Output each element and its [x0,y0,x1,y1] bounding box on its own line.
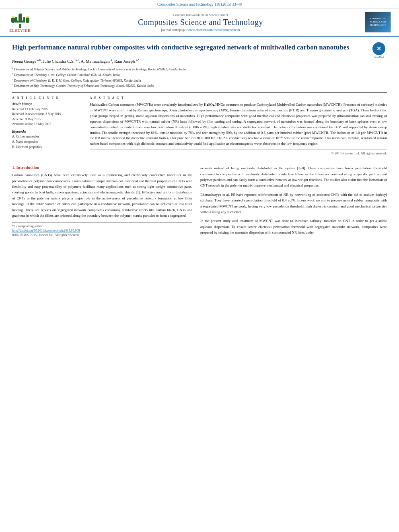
affiliation-a: a Department of Polymer Science and Rubb… [12,66,387,72]
homepage-url[interactable]: www.elsevier.com/locate/compscitech [187,28,240,32]
svg-rect-5 [15,17,17,21]
copyright-line: © 2015 Elsevier Ltd. All rights reserved… [90,149,387,155]
received-date: Received 13 February 2015 [12,107,82,112]
section-number: 1. [12,165,15,170]
journal-thumbnail: COMPOSITESSCIENCE ANDTECHNOLOGY [365,12,391,33]
intro-paragraph-right-3: In the present study acid treatment of M… [200,218,387,235]
svg-rect-9 [26,16,29,18]
svg-rect-2 [11,17,15,23]
journal-title: Composites Science and Technology [40,18,361,27]
top-citation-bar: Composites Science and Technology 116 (2… [0,0,399,8]
intro-paragraph-right-2: Bhattacharyya et al. [9] have reported r… [200,192,387,215]
journal-center: Contents lists available at ScienceDirec… [40,13,361,32]
body-columns: 1. Introduction Carbon nanotubes (CNTs) … [12,165,387,238]
svg-rect-7 [12,16,14,18]
received-revised-date: Received in revised form 2 May 2015 [12,112,82,117]
journal-homepage-line: journal homepage: www.elsevier.com/locat… [40,28,361,32]
body-right-column: network instead of being randomly distri… [200,165,387,238]
keyword-2: A. Nano composites [12,140,82,145]
affiliation-b: b Department of Chemistry, Govt. College… [12,72,387,78]
abstract-column: A B S T R A C T Multiwalled Carbon nanot… [90,96,387,156]
title-row: High performance natural rubber composit… [12,41,387,58]
svg-rect-4 [19,14,22,21]
contents-prefix: Contents lists available at [173,13,209,17]
article-info-abstract-section: A R T I C L E I N F O Article history: R… [12,92,387,156]
journal-citation: Composites Science and Technology 116 (2… [157,2,242,6]
corresponding-author-note: * Corresponding author. [12,224,192,228]
history-label: Article history: [12,102,82,106]
homepage-prefix: journal homepage: [161,28,188,32]
contents-available-line: Contents lists available at ScienceDirec… [40,13,361,17]
affiliation-d: d Department of Ship Technology, Cochin … [12,83,387,88]
svg-rect-6 [23,17,25,21]
sciencedirect-link[interactable]: ScienceDirect [209,13,228,17]
crossmark-icon[interactable]: ✕ [372,42,385,55]
intro-paragraph-right-1: network instead of being randomly distri… [200,165,387,189]
section-divider [12,161,387,161]
doi-link-item: http://dx.doi.org/10.1016/j.compscitech.… [12,229,192,232]
crossmark-label: CrossMark [374,56,385,58]
accepted-date: Accepted 9 May 2015 [12,117,82,122]
abstract-header: A B S T R A C T [90,96,387,100]
elsevier-name-label: ELSEVIER [9,29,31,33]
svg-rect-0 [19,24,21,28]
elsevier-logo: ELSEVIER [4,12,36,33]
doi-link[interactable]: http://dx.doi.org/10.1016/j.compscitech.… [12,229,80,232]
footnote-area: * Corresponding author. http://dx.doi.or… [12,222,192,237]
affiliations-block: a Department of Polymer Science and Rubb… [12,66,387,88]
journal-header: ELSEVIER Contents lists available at Sci… [0,8,399,37]
affiliation-c: c Department of Chemistry, K. K. T. M. G… [12,78,387,83]
article-info-header: A R T I C L E I N F O [12,96,82,100]
intro-paragraph-1: Carbon nanotubes (CNTs) have been extens… [12,172,192,218]
article-content: High performance natural rubber composit… [0,37,399,243]
journal-thumb-label: COMPOSITESSCIENCE ANDTECHNOLOGY [370,17,386,27]
svg-rect-8 [19,13,22,14]
body-left-column: 1. Introduction Carbon nanotubes (CNTs) … [12,165,192,238]
abstract-text: Multiwalled Carbon nanotubes (MWCNTs) we… [90,102,387,147]
keyword-1: A. Carbon nanotubes [12,134,82,140]
keywords-section: Keywords: A. Carbon nanotubes A. Nano co… [12,130,82,150]
article-history-section: Article history: Received 13 February 20… [12,102,82,127]
page: Composites Science and Technology 116 (2… [0,0,399,243]
available-online-date: Available online 15 May 2015 [12,122,82,127]
article-title: High performance natural rubber composit… [12,43,367,52]
article-info-column: A R T I C L E I N F O Article history: R… [12,96,82,156]
svg-rect-3 [26,17,29,23]
keyword-3: B. Electrical properties [12,145,82,150]
keywords-label: Keywords: [12,130,82,134]
elsevier-tree-icon [7,12,33,29]
issn-item: 0266-3538/© 2015 Elsevier Ltd. All right… [12,233,192,237]
section-name: Introduction [16,165,39,170]
crossmark-container: ✕ CrossMark [371,41,387,58]
authors-line: Neena George a,b, Julie Chandra C.S. a,c… [12,58,387,64]
section-1-title: 1. Introduction [12,165,192,170]
